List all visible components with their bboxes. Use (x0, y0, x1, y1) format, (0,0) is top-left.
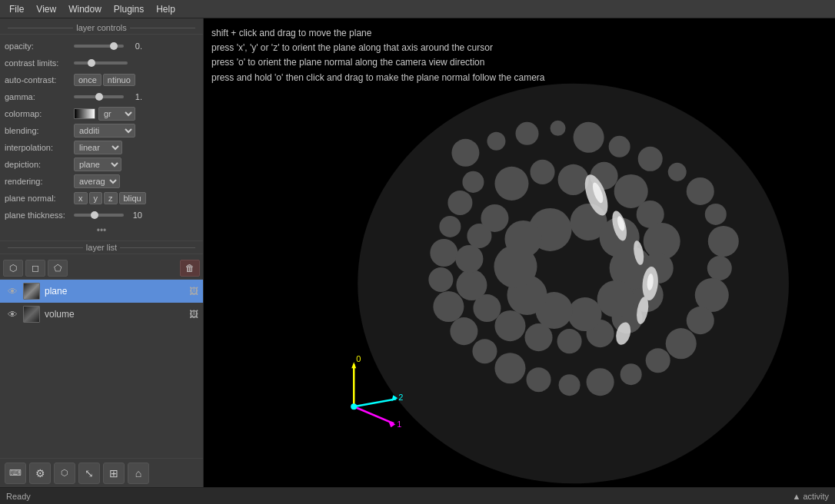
delete-icon: 🗑 (185, 263, 195, 274)
svg-point-24 (433, 291, 464, 322)
svg-point-9 (687, 177, 714, 205)
layer-controls-header: layer controls (0, 22, 203, 35)
svg-point-30 (494, 167, 528, 201)
status-ready: Ready (6, 492, 31, 501)
home-btn[interactable]: ⌂ (128, 463, 149, 484)
colormap-row: colormap: gr gray (0, 105, 203, 122)
interpolation-select[interactable]: linear nearest (74, 141, 122, 154)
viewport[interactable]: shift + click and drag to move the plane… (204, 18, 835, 487)
auto-contrast-label: auto-contrast: (5, 75, 74, 85)
plane-normal-y-btn[interactable]: y (89, 192, 103, 204)
menu-help[interactable]: Help (150, 2, 181, 16)
3d-btn[interactable]: ⬡ (54, 463, 75, 484)
svg-point-27 (439, 216, 461, 237)
blending-row: blending: additi opaque translucent (0, 122, 203, 139)
svg-point-6 (609, 136, 630, 158)
add-points-btn[interactable]: ⬡ (3, 260, 23, 277)
contrast-label: contrast limits: (5, 58, 74, 68)
menu-file[interactable]: File (3, 2, 30, 16)
3d-visualization: 0 2 1 (204, 18, 835, 487)
gamma-control: 1. (74, 92, 198, 101)
plane-thickness-slider[interactable] (74, 214, 124, 217)
auto-contrast-once-btn[interactable]: once (74, 74, 101, 86)
contrast-row: contrast limits: (0, 55, 203, 71)
opacity-value: 0. (125, 41, 142, 51)
add-shapes-btn[interactable]: ◻ (25, 260, 45, 277)
svg-point-15 (666, 328, 697, 359)
opacity-slider[interactable] (74, 45, 124, 48)
delete-layer-btn[interactable]: 🗑 (180, 260, 200, 277)
layer-list-section: layer list ⬡ ◻ ⬠ 🗑 👁 (0, 240, 203, 458)
blending-select[interactable]: additi opaque translucent (74, 124, 135, 138)
add-labels-btn[interactable]: ⬠ (48, 260, 68, 277)
contrast-control (74, 61, 198, 65)
plugin-icon: ⚙ (35, 467, 45, 479)
svg-point-58 (504, 220, 541, 257)
blending-control: additi opaque translucent (74, 124, 198, 138)
depiction-select[interactable]: plane volume (74, 158, 121, 171)
layer-controls: layer controls opacity: 0. contrast limi… (0, 18, 203, 240)
svg-point-17 (620, 363, 642, 385)
svg-point-43 (494, 310, 525, 341)
colormap-swatch (74, 108, 95, 119)
menu-window[interactable]: Window (62, 2, 108, 16)
expand-btn[interactable]: ⤡ (78, 463, 100, 484)
plane-normal-z-btn[interactable]: z (104, 192, 118, 204)
svg-point-41 (557, 329, 582, 353)
svg-line-74 (354, 406, 394, 423)
svg-point-1 (451, 139, 479, 167)
svg-point-31 (531, 160, 555, 184)
layer-expand-volume[interactable]: 🖼 (189, 309, 198, 320)
home-icon: ⌂ (135, 467, 141, 479)
interpolation-row: interpolation: linear nearest (0, 139, 203, 156)
main-area: layer controls opacity: 0. contrast limi… (0, 18, 835, 487)
plane-normal-x-btn[interactable]: x (74, 192, 88, 204)
interpolation-label: interpolation: (5, 143, 74, 152)
more-icon: ••• (97, 225, 107, 236)
layer-item-volume[interactable]: 👁 volume 🖼 (0, 303, 203, 326)
opacity-row: opacity: 0. (0, 38, 203, 55)
grid-btn[interactable]: ⊞ (103, 463, 125, 484)
points-icon: ⬡ (9, 263, 17, 274)
layer-visibility-volume[interactable]: 👁 (5, 309, 20, 320)
svg-point-11 (708, 226, 739, 257)
menu-plugins[interactable]: Plugins (108, 2, 150, 16)
activity-label: activity (803, 492, 829, 501)
depiction-label: depiction: (5, 160, 74, 169)
depiction-row: depiction: plane volume (0, 156, 203, 173)
colormap-control: gr gray (74, 107, 198, 121)
layer-item-plane[interactable]: 👁 plane 🖼 (0, 280, 203, 303)
layer-list-toolbar: ⬡ ◻ ⬠ 🗑 (0, 257, 203, 280)
gamma-slider[interactable] (74, 95, 124, 98)
svg-point-10 (705, 204, 727, 225)
svg-point-54 (568, 297, 602, 331)
more-controls-btn[interactable]: ••• (0, 224, 203, 237)
console-btn[interactable]: ⌨ (5, 463, 26, 484)
layer-thumb-plane (23, 283, 40, 300)
rendering-label: rendering: (5, 177, 74, 186)
svg-point-32 (558, 164, 589, 195)
svg-point-25 (428, 267, 453, 292)
expand-icon: ⤡ (85, 467, 94, 479)
plugin-btn[interactable]: ⚙ (29, 463, 51, 484)
left-panel: layer controls opacity: 0. contrast limi… (0, 18, 204, 487)
menu-view[interactable]: View (30, 2, 62, 16)
layer-expand-plane[interactable]: 🖼 (189, 286, 198, 297)
svg-point-28 (447, 191, 472, 215)
svg-point-77 (351, 403, 357, 410)
plane-thickness-label: plane thickness: (5, 211, 74, 220)
auto-contrast-continuous-btn[interactable]: ntinuo (103, 74, 135, 86)
layer-thumb-volume (23, 306, 40, 323)
layer-visibility-plane[interactable]: 👁 (5, 286, 20, 297)
colormap-select[interactable]: gr gray (98, 107, 135, 121)
depiction-control: plane volume (74, 158, 198, 171)
contrast-min-slider[interactable] (74, 61, 128, 65)
svg-point-5 (574, 122, 604, 153)
activity-btn[interactable]: ▲ activity (792, 492, 829, 501)
opacity-control: 0. (74, 41, 198, 51)
layer-name-plane: plane (45, 286, 189, 297)
svg-point-46 (455, 245, 483, 273)
rendering-select[interactable]: averag mip (74, 174, 120, 188)
gamma-label: gamma: (5, 92, 74, 101)
plane-normal-oblique-btn[interactable]: bliqu (119, 192, 146, 204)
